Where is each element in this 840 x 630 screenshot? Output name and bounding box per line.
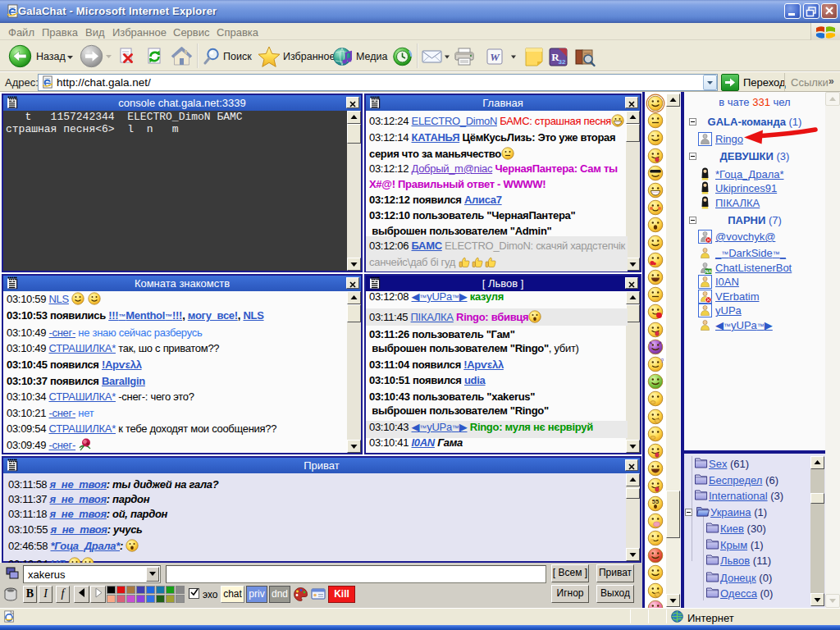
svg-text:32: 32	[559, 58, 566, 66]
svg-text:W: W	[490, 51, 500, 63]
svg-text:55: 55	[652, 498, 659, 505]
svg-text:?: ?	[660, 357, 664, 364]
svg-text:NA: NA	[705, 269, 712, 274]
